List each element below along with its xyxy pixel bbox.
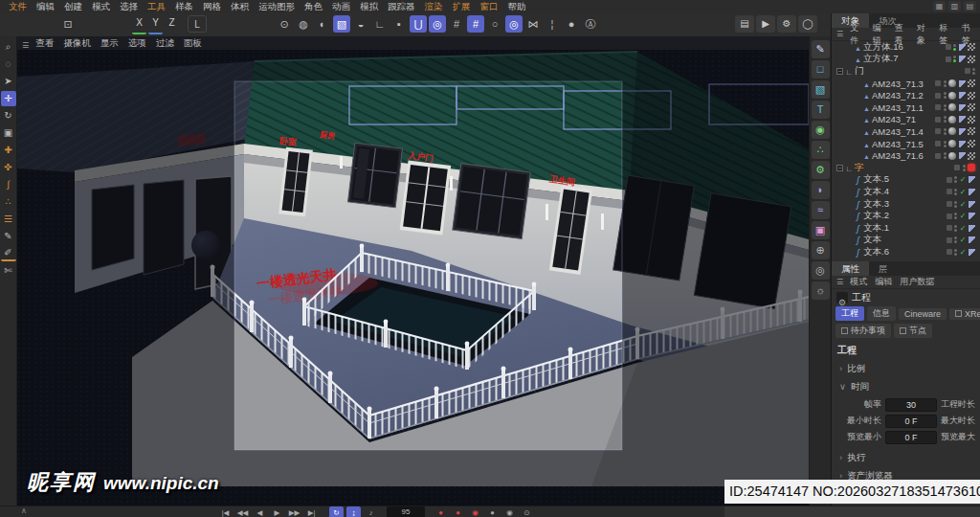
camera-icon[interactable]: ◎ (812, 261, 830, 280)
enable-toggle[interactable] (935, 141, 941, 146)
record-scale-button[interactable]: ● (485, 506, 500, 517)
move-tool-icon[interactable]: ✛ (1, 91, 16, 106)
object-row[interactable]: 立方体.16 (832, 41, 980, 54)
play-button[interactable]: ▶ (270, 506, 284, 517)
material-tag-icon[interactable] (948, 92, 956, 100)
enable-toggle[interactable] (947, 201, 952, 207)
visibility-dots[interactable] (972, 68, 975, 75)
enable-toggle[interactable] (946, 56, 951, 62)
phong-tag-icon[interactable] (969, 189, 975, 195)
layout-rows-icon[interactable]: ▤ (964, 1, 976, 11)
make-editable-icon[interactable]: ◐ (314, 15, 331, 33)
material-tag-icon[interactable] (948, 152, 956, 160)
collapsed-group[interactable]: 执行 (832, 449, 980, 467)
spline-rect-icon[interactable]: □ (812, 60, 830, 79)
live-selection-icon[interactable]: ◌ (1, 56, 16, 72)
visibility-dots[interactable] (944, 152, 947, 159)
group-scale[interactable]: 比例 (832, 360, 980, 378)
viewport-menu-item[interactable]: 选项 (123, 36, 151, 50)
axis-lock-button[interactable]: Z (165, 15, 179, 34)
check-tag-icon[interactable] (960, 200, 967, 209)
axis-move-icon[interactable]: ✚ (1, 143, 16, 158)
object-row[interactable]: 文本.2 (832, 210, 980, 222)
menu-item[interactable]: 工具 (143, 0, 170, 13)
visibility-dots[interactable] (954, 249, 957, 256)
axis-lock-button[interactable]: Y (148, 15, 163, 34)
visibility-dots[interactable] (954, 189, 957, 195)
render-active-object-icon[interactable]: ⊙ (276, 15, 293, 33)
phong-tag-icon[interactable] (959, 104, 966, 111)
visibility-dots[interactable] (954, 176, 957, 183)
panel-menu-item[interactable]: 编辑 (871, 276, 896, 288)
enable-toggle[interactable] (946, 44, 951, 50)
pivot-icon[interactable]: ¦ (544, 15, 561, 33)
menu-item[interactable]: 运动图形 (254, 0, 300, 13)
check-tag-icon[interactable] (960, 212, 967, 220)
prev-frame-button[interactable]: ◀ (253, 506, 267, 517)
render-sphere-icon[interactable]: ◍ (295, 15, 312, 33)
attribute-tab-chip[interactable]: 节点 (894, 324, 932, 338)
phong-tag-icon[interactable] (959, 141, 966, 147)
rotate-tool-icon[interactable]: ↻ (1, 108, 16, 124)
symmetry-icon[interactable]: ⋈ (524, 15, 542, 33)
number-input[interactable]: 0 F (885, 431, 937, 444)
texture-tag-icon[interactable] (968, 116, 975, 124)
palette-toggle-icon[interactable]: ⊡ (59, 15, 77, 33)
enable-toggle[interactable] (947, 249, 952, 255)
viewport-menu-item[interactable]: 过滤 (151, 36, 179, 50)
check-tag-icon[interactable] (960, 224, 967, 233)
model-mode-icon[interactable]: ▧ (333, 15, 350, 33)
light-icon[interactable]: ☼ (812, 281, 830, 300)
enable-toggle[interactable] (947, 189, 952, 194)
axis-lock-button[interactable]: X (132, 15, 146, 34)
number-input[interactable]: 0 F (885, 415, 937, 428)
spline-pen-icon[interactable]: ✎ (812, 40, 830, 58)
grid-toggle-icon[interactable]: # (448, 15, 465, 33)
attribute-tab-chip[interactable]: XRefs (949, 308, 980, 320)
viewport-panel[interactable]: 卧室 厨房 入户门 卫生间 一楼透光天井 一楼透光天井 (17, 36, 809, 506)
object-row[interactable]: 文本.5 (832, 174, 980, 187)
check-tag-icon[interactable] (960, 248, 967, 257)
viewport-menu-item[interactable]: 查看 (31, 36, 58, 50)
object-row[interactable]: 门 (832, 65, 980, 78)
interactive-render-icon[interactable]: ◯ (798, 15, 817, 33)
menu-item[interactable]: 模拟 (355, 0, 383, 13)
visibility-dots[interactable] (944, 128, 947, 135)
phong-tag-icon[interactable] (969, 213, 975, 219)
texture-tag-icon[interactable] (968, 140, 975, 147)
material-tag-icon[interactable] (948, 116, 956, 124)
visibility-dots[interactable] (954, 236, 957, 243)
workplane-mode-icon[interactable]: ∟ (371, 15, 389, 33)
enable-toggle[interactable] (935, 93, 941, 99)
object-row[interactable]: 文本.1 (832, 222, 980, 235)
texture-tag-icon[interactable] (968, 43, 975, 51)
axis-toggle-icon[interactable]: ○ (486, 15, 503, 33)
object-row[interactable]: 文本.6 (832, 246, 980, 258)
object-row[interactable]: AM243_71.4 (832, 125, 980, 138)
menu-item[interactable]: 帮助 (503, 0, 531, 13)
viewport-menu-item[interactable]: 摄像机 (58, 36, 96, 50)
panel-tab[interactable]: 层 (869, 261, 898, 276)
enable-toggle[interactable] (947, 225, 952, 231)
material-tag-icon[interactable] (948, 127, 956, 135)
menu-item[interactable]: 编辑 (32, 0, 59, 13)
quantize-icon[interactable]: # (467, 15, 484, 33)
panel-tab[interactable]: 属性 (832, 261, 869, 276)
phong-tag-icon[interactable] (959, 92, 966, 99)
phong-tag-icon[interactable] (969, 249, 975, 256)
hex-object-icon[interactable]: ● (563, 15, 580, 33)
deformer-icon[interactable]: ⚙ (812, 161, 830, 179)
expand-toggle-icon[interactable] (835, 164, 844, 172)
panel-menu-icon[interactable]: ☰ (835, 30, 845, 38)
enable-toggle[interactable] (935, 153, 941, 159)
texture-tag-icon[interactable] (968, 79, 975, 87)
texture-mode-icon[interactable]: ◒ (352, 15, 369, 33)
menu-item[interactable]: 创建 (59, 0, 87, 13)
menu-item[interactable]: 渲染 (420, 0, 448, 13)
enable-toggle[interactable] (935, 80, 941, 86)
frame-field[interactable]: 95 (387, 506, 425, 517)
pen-tool-icon[interactable]: ✎ (1, 229, 16, 244)
visibility-dots[interactable] (944, 80, 947, 87)
field-icon[interactable]: ≈ (812, 201, 830, 219)
expand-toggle-icon[interactable] (835, 67, 844, 76)
